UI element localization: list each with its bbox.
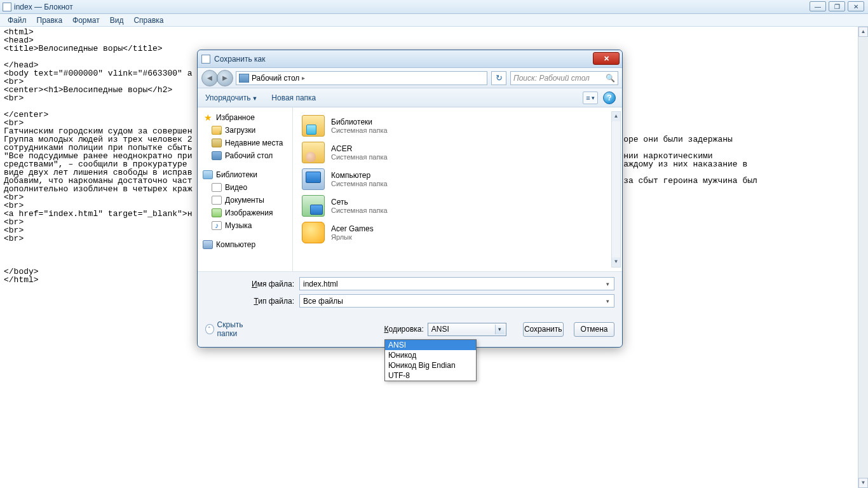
sidebar-images[interactable]: Изображения <box>198 207 292 219</box>
dialog-toolbar: Упорядочить▼ Новая папка ≡▾ ? <box>198 88 622 107</box>
desktop-icon <box>239 74 249 83</box>
view-options-button[interactable]: ≡▾ <box>583 92 598 104</box>
file-list: БиблиотекиСистемная папка ACERСистемная … <box>293 107 622 271</box>
menu-view[interactable]: Вид <box>105 15 129 26</box>
scroll-down-icon[interactable]: ▼ <box>612 257 620 267</box>
chevron-down-icon[interactable]: ▾ <box>495 325 505 334</box>
menu-bar: Файл Правка Формат Вид Справка <box>0 14 868 27</box>
search-placeholder: Поиск: Рабочий стол <box>513 74 590 83</box>
sidebar-recent[interactable]: Недавние места <box>198 137 292 149</box>
sidebar-favorites[interactable]: ★Избранное <box>198 111 292 124</box>
dialog-icon <box>201 55 210 64</box>
hide-folders-toggle[interactable]: ˄ Скрыть папки <box>205 320 257 338</box>
search-icon: 🔍 <box>606 74 615 83</box>
sidebar-splitter[interactable] <box>290 107 292 271</box>
libraries-icon <box>203 170 213 179</box>
sidebar-documents[interactable]: Документы <box>198 194 292 207</box>
filename-input[interactable]: index.html▾ <box>299 277 614 290</box>
save-as-dialog: Сохранить как ✕ ◄ ► Рабочий стол ▸ ↻ Пои… <box>197 50 623 348</box>
encoding-option[interactable]: Юникод <box>385 350 476 360</box>
nav-back-button[interactable]: ◄ <box>201 70 218 86</box>
filetype-label: Тип файла: <box>205 297 299 306</box>
desktop-icon <box>212 151 222 160</box>
filename-label: Имя файла: <box>205 280 299 288</box>
star-icon: ★ <box>203 113 213 122</box>
organize-menu[interactable]: Упорядочить▼ <box>205 93 257 102</box>
list-item[interactable]: БиблиотекиСистемная папка <box>299 112 616 139</box>
new-folder-button[interactable]: Новая папка <box>271 93 316 102</box>
vertical-scrollbar[interactable]: ▲ ▼ <box>858 27 868 488</box>
menu-format[interactable]: Формат <box>67 15 105 26</box>
recent-icon <box>212 139 222 147</box>
sidebar-computer[interactable]: Компьютер <box>198 238 292 251</box>
maximize-button[interactable]: ❐ <box>829 1 845 11</box>
encoding-select[interactable]: ANSI ▾ <box>428 323 506 336</box>
list-item[interactable]: СетьСистемная папка <box>299 193 616 219</box>
sidebar-downloads[interactable]: Загрузки <box>198 124 292 137</box>
chevron-up-icon: ˄ <box>205 324 214 334</box>
computer-icon <box>203 240 213 249</box>
nav-row: ◄ ► Рабочий стол ▸ ↻ Поиск: Рабочий стол… <box>198 68 622 88</box>
chevron-down-icon[interactable]: ▾ <box>603 280 612 288</box>
encoding-option[interactable]: ANSI <box>385 340 476 350</box>
scroll-up-icon[interactable]: ▲ <box>612 112 620 121</box>
game-shortcut-icon <box>302 222 325 243</box>
dialog-sidebar: ★Избранное Загрузки Недавние места Рабоч… <box>198 107 293 271</box>
video-icon <box>212 183 222 192</box>
minimize-button[interactable]: — <box>810 1 826 11</box>
dialog-titlebar: Сохранить как ✕ <box>198 50 622 68</box>
list-scrollbar[interactable]: ▲ ▼ <box>611 111 621 268</box>
filetype-select[interactable]: Все файлы▾ <box>299 294 614 308</box>
dialog-close-button[interactable]: ✕ <box>593 52 620 65</box>
breadcrumb-text: Рабочий стол <box>252 74 299 83</box>
downloads-icon <box>212 126 222 135</box>
notepad-icon <box>3 3 11 11</box>
computer-folder-icon <box>302 168 325 190</box>
cancel-button[interactable]: Отмена <box>574 322 614 337</box>
refresh-button[interactable]: ↻ <box>491 71 506 85</box>
menu-help[interactable]: Справка <box>128 15 168 26</box>
user-folder-icon <box>302 142 325 163</box>
sidebar-music[interactable]: ♪Музыка <box>198 219 292 232</box>
chevron-right-icon[interactable]: ▸ <box>302 74 305 81</box>
sidebar-video[interactable]: Видео <box>198 181 292 194</box>
scroll-up-icon[interactable]: ▲ <box>858 27 868 37</box>
menu-file[interactable]: Файл <box>3 15 32 26</box>
menu-edit[interactable]: Правка <box>32 15 68 26</box>
window-titlebar: index — Блокнот — ❐ ✕ <box>0 0 868 14</box>
encoding-option[interactable]: UTF-8 <box>385 370 476 381</box>
encoding-label: Кодировка: <box>384 325 427 334</box>
dialog-title: Сохранить как <box>214 55 265 64</box>
chevron-down-icon: ▼ <box>252 95 257 102</box>
libraries-folder-icon <box>302 115 325 137</box>
nav-forward-button[interactable]: ► <box>217 70 233 86</box>
sidebar-libraries[interactable]: Библиотеки <box>198 168 292 181</box>
list-item[interactable]: ACERСистемная папка <box>299 139 616 166</box>
search-input[interactable]: Поиск: Рабочий стол 🔍 <box>510 71 618 85</box>
save-button[interactable]: Сохранить <box>523 322 564 337</box>
music-icon: ♪ <box>212 221 222 230</box>
list-item[interactable]: КомпьютерСистемная папка <box>299 166 616 193</box>
scroll-down-icon[interactable]: ▼ <box>858 478 868 488</box>
list-item[interactable]: Acer GamesЯрлык <box>299 219 616 246</box>
close-button[interactable]: ✕ <box>848 1 864 11</box>
chevron-down-icon[interactable]: ▾ <box>603 297 612 306</box>
encoding-option[interactable]: Юникод Big Endian <box>385 360 476 370</box>
network-folder-icon <box>302 195 325 217</box>
sidebar-desktop[interactable]: Рабочий стол <box>198 149 292 162</box>
window-title: index — Блокнот <box>14 3 73 11</box>
images-icon <box>212 208 222 217</box>
encoding-dropdown: ANSI Юникод Юникод Big Endian UTF-8 <box>384 339 477 381</box>
help-icon[interactable]: ? <box>603 92 616 104</box>
documents-icon <box>212 196 222 205</box>
breadcrumb-bar[interactable]: Рабочий стол ▸ <box>236 71 487 85</box>
